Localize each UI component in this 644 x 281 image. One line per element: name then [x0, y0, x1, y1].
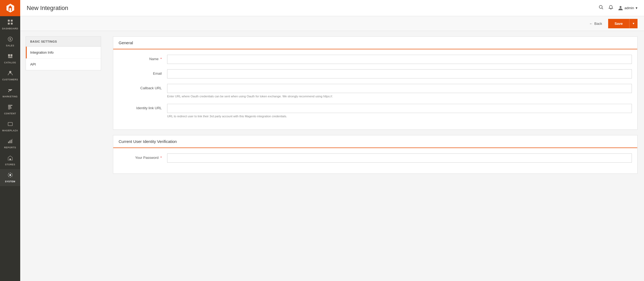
reports-icon — [8, 138, 13, 145]
sidebar-item-mageplaza[interactable]: MAGEPLAZA — [0, 118, 20, 135]
callback-url-input[interactable] — [167, 84, 632, 93]
save-button[interactable]: Save — [608, 19, 629, 28]
svg-rect-11 — [8, 105, 12, 106]
nav-item-api[interactable]: API — [26, 59, 101, 70]
svg-rect-1 — [11, 20, 13, 22]
sidebar-item-dashboard-label: DASHBOARD — [2, 27, 18, 30]
password-row: Your Password * — [119, 153, 632, 163]
svg-rect-16 — [8, 142, 9, 143]
customers-icon — [8, 70, 13, 77]
password-field — [167, 153, 632, 163]
admin-dropdown-icon: ▾ — [636, 6, 638, 10]
sidebar-item-dashboard[interactable]: DASHBOARD — [0, 16, 20, 33]
svg-rect-19 — [12, 139, 12, 143]
svg-point-24 — [619, 6, 621, 8]
sidebar-item-content[interactable]: CONTENT — [0, 101, 20, 118]
search-icon[interactable] — [599, 5, 604, 11]
svg-line-23 — [602, 8, 603, 9]
nav-item-api-label: API — [30, 62, 36, 66]
system-icon — [8, 172, 13, 179]
nav-item-integration-info[interactable]: Integration Info — [26, 47, 101, 59]
name-field — [167, 55, 632, 64]
nav-item-integration-info-label: Integration Info — [30, 50, 54, 54]
email-input[interactable] — [167, 69, 632, 78]
sidebar-item-mageplaza-label: MAGEPLAZA — [2, 129, 18, 132]
callback-url-label: Callback URL — [119, 84, 167, 90]
svg-rect-6 — [8, 54, 10, 57]
callback-url-row: Callback URL Enter URL where Oauth crede… — [119, 84, 632, 98]
sidebar: DASHBOARD $ SALES CATALOG CUSTOMERS — [0, 0, 20, 281]
logo[interactable] — [0, 0, 20, 16]
email-field — [167, 69, 632, 78]
password-input[interactable] — [167, 153, 632, 163]
identity-link-url-input[interactable] — [167, 104, 632, 113]
svg-rect-2 — [8, 23, 10, 25]
email-row: Email — [119, 69, 632, 78]
identity-link-url-field: URL to redirect user to link their 3rd p… — [167, 104, 632, 118]
identity-verification-form-body: Your Password * — [113, 148, 637, 173]
identity-verification-section: Current User Identity Verification Your … — [113, 135, 638, 174]
svg-rect-14 — [8, 109, 10, 109]
header-right: admin ▾ — [599, 5, 638, 11]
sidebar-item-sales[interactable]: $ SALES — [0, 33, 20, 50]
name-label: Name * — [119, 55, 167, 61]
content-icon — [8, 104, 13, 111]
general-section: General Name * — [113, 36, 638, 130]
callback-url-field: Enter URL where Oauth credentials can be… — [167, 84, 632, 98]
sales-icon: $ — [8, 36, 13, 43]
admin-user[interactable]: admin ▾ — [618, 6, 638, 11]
marketing-icon — [8, 87, 13, 94]
svg-rect-12 — [8, 106, 11, 107]
action-bar: ← Back Save ▾ — [20, 16, 644, 31]
back-arrow-icon: ← — [589, 22, 593, 26]
svg-rect-17 — [9, 140, 10, 143]
sidebar-item-system[interactable]: SYSTEM — [0, 169, 20, 186]
name-required-marker: * — [160, 57, 162, 61]
content-area: BASIC SETTINGS Integration Info API Gene… — [20, 31, 644, 281]
top-header: New Integration admin ▾ — [20, 0, 644, 16]
sidebar-item-sales-label: SALES — [6, 44, 14, 47]
svg-rect-20 — [9, 159, 11, 160]
sidebar-item-stores-label: STORES — [5, 163, 15, 166]
svg-rect-7 — [11, 54, 12, 57]
save-dropdown-button[interactable]: ▾ — [629, 19, 638, 28]
mageplaza-icon — [8, 121, 13, 128]
identity-link-url-hint: URL to redirect user to link their 3rd p… — [167, 114, 632, 118]
svg-rect-0 — [8, 20, 10, 22]
svg-point-21 — [9, 174, 11, 176]
sidebar-item-reports[interactable]: REPORTS — [0, 135, 20, 152]
svg-point-22 — [599, 5, 602, 8]
name-row: Name * — [119, 55, 632, 64]
sidebar-item-customers-label: CUSTOMERS — [2, 78, 18, 81]
svg-rect-15 — [8, 122, 12, 126]
general-form-body: Name * Email — [113, 49, 637, 129]
notifications-icon[interactable] — [608, 5, 613, 11]
svg-rect-13 — [8, 108, 12, 108]
back-label: Back — [594, 22, 602, 26]
main-area: New Integration admin ▾ — [20, 0, 644, 281]
svg-text:$: $ — [9, 37, 11, 41]
svg-point-9 — [9, 71, 11, 73]
sidebar-item-catalog[interactable]: CATALOG — [0, 50, 20, 67]
identity-link-url-row: Identity link URL URL to redirect user t… — [119, 104, 632, 118]
sidebar-item-stores[interactable]: STORES — [0, 152, 20, 169]
svg-rect-10 — [8, 91, 9, 92]
back-button[interactable]: ← Back — [586, 19, 605, 28]
stores-icon — [8, 155, 13, 162]
sidebar-item-reports-label: REPORTS — [4, 146, 16, 149]
identity-link-url-label: Identity link URL — [119, 104, 167, 110]
password-label: Your Password * — [119, 153, 167, 160]
sidebar-item-customers[interactable]: CUSTOMERS — [0, 67, 20, 84]
sidebar-item-marketing[interactable]: MARKETING — [0, 84, 20, 101]
left-panel: BASIC SETTINGS Integration Info API — [20, 31, 106, 281]
svg-rect-8 — [8, 57, 12, 58]
password-required-marker: * — [160, 156, 162, 160]
form-panel: General Name * — [106, 31, 644, 281]
admin-username: admin — [625, 6, 634, 10]
settings-header: BASIC SETTINGS — [26, 37, 101, 47]
email-label: Email — [119, 69, 167, 76]
sidebar-item-catalog-label: CATALOG — [4, 61, 16, 64]
save-button-group: Save ▾ — [608, 19, 638, 28]
name-input[interactable] — [167, 55, 632, 64]
general-section-title: General — [113, 37, 637, 49]
